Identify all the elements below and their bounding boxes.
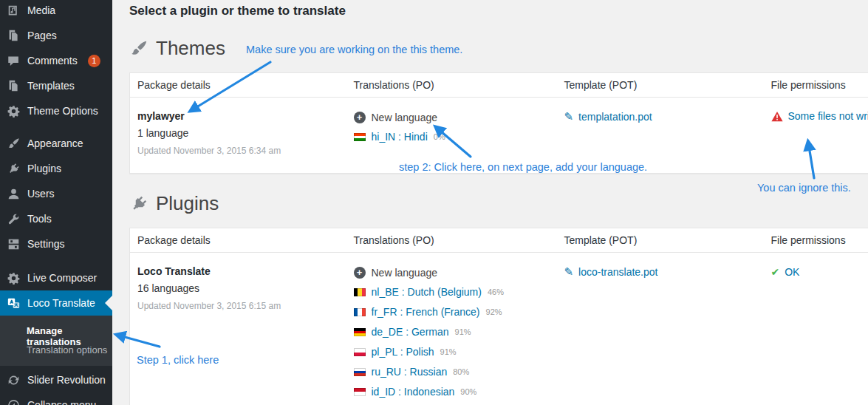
package-language-count: 1 language (137, 127, 354, 139)
language-list: hi_IN : Hindi 0% (354, 132, 564, 143)
language-link[interactable]: id_ID : Indonesian (372, 387, 455, 398)
sidebar-item-label: Loco Translate (27, 297, 95, 309)
sidebar-item-label: Tools (27, 213, 52, 225)
sidebar-item-tools[interactable]: Tools (0, 206, 112, 231)
sidebar-item-label: Theme Options (27, 105, 98, 117)
themes-table: Package details Translations (PO) Templa… (129, 72, 868, 174)
sidebar-item-loco-translate[interactable]: Loco Translate (0, 290, 112, 316)
language-link[interactable]: nl_BE : Dutch (Belgium) (372, 287, 482, 298)
language-row: fr_FR : French (France) 92% (354, 307, 564, 318)
template-pot-cell: ✎ loco-translate.pot (564, 253, 771, 405)
refresh-icon (6, 372, 21, 387)
annotation-ignore: You can ignore this. (757, 182, 851, 194)
themes-heading: Themes (130, 37, 868, 60)
sidebar-item-label: Templates (27, 80, 75, 92)
sidebar-item-label: Appearance (27, 137, 83, 149)
annotation-step1: Step 1, click here (137, 354, 219, 366)
sidebar-item-slider-revolution[interactable]: Slider Revolution (0, 367, 112, 392)
sidebar-item-theme-options[interactable]: Theme Options (0, 98, 112, 123)
flag-icon-id_ID (354, 388, 366, 396)
plugins-table: Package details Translations (PO) Templa… (129, 228, 868, 405)
language-percent: 0% (434, 132, 445, 143)
language-percent: 91% (440, 347, 457, 358)
flag-icon-hi_IN (354, 133, 366, 141)
pages-icon (6, 28, 21, 43)
sidebar-item-users[interactable]: Users (0, 181, 112, 206)
package-name: Loco Translate (137, 265, 354, 277)
column-header-file-permissions: File permissions (771, 73, 868, 98)
sidebar-item-label: Plugins (27, 163, 61, 174)
pot-file-name: templatation.pot (578, 111, 652, 123)
sidebar-item-label: Pages (27, 30, 57, 41)
comments-count-badge: 1 (88, 55, 100, 67)
language-link[interactable]: de_DE : German (372, 327, 449, 338)
language-percent: 92% (486, 307, 502, 318)
column-header-translations-po: Translations (PO) (354, 73, 564, 98)
table-header-row: Package details Translations (PO) Templa… (130, 73, 868, 98)
language-row: id_ID : Indonesian 90% (354, 387, 564, 398)
themes-heading-label: Themes (156, 37, 225, 60)
sidebar-item-label: Users (27, 188, 55, 200)
language-link[interactable]: ru_RU : Russian (372, 367, 448, 378)
plugins-heading: Plugins (130, 192, 868, 215)
pot-file-link[interactable]: ✎ templatation.pot (564, 110, 652, 123)
sidebar-item-live-composer[interactable]: Live Composer (0, 265, 112, 290)
sidebar-item-appearance[interactable]: Appearance (0, 131, 112, 156)
sidebar-item-collapse-menu[interactable]: Collapse menu (0, 392, 112, 405)
sidebar-item-label: Media (27, 4, 55, 16)
plugins-heading-label: Plugins (156, 192, 219, 215)
sidebar-item-media[interactable]: Media (0, 0, 112, 23)
page-title: Select a plugin or theme to translate (129, 0, 868, 18)
sidebar-item-settings[interactable]: Settings (0, 231, 112, 256)
admin-menu: Media Pages Comments 1 Templates Theme O… (0, 0, 112, 316)
annotation-step2: step 2: Click here, on next page, add yo… (399, 161, 647, 173)
sidebar-item-templates[interactable]: Templates (0, 73, 112, 98)
language-row: ru_RU : Russian 80% (354, 367, 564, 378)
permissions-status-link[interactable]: OK (785, 266, 799, 278)
admin-menu-bottom: Slider Revolution Collapse menu (0, 367, 112, 405)
package-details-cell: mylawyer 1 language Updated November 3, … (130, 98, 354, 174)
themes-section: Themes Package details Translations (PO)… (129, 37, 868, 174)
language-list: nl_BE : Dutch (Belgium) 46% fr_FR : Fren… (354, 287, 564, 405)
language-link[interactable]: hi_IN : Hindi (372, 132, 428, 143)
media-icon (6, 3, 21, 18)
language-percent: 91% (455, 327, 471, 338)
new-language-link[interactable]: + New language (354, 267, 438, 279)
plugins-section: Plugins Package details Translations (PO… (129, 192, 868, 405)
column-header-translations-po: Translations (PO) (354, 228, 564, 253)
language-row: nl_BE : Dutch (Belgium) 46% (354, 287, 564, 298)
new-language-link[interactable]: + New language (354, 112, 438, 123)
wp-admin-page: Media Pages Comments 1 Templates Theme O… (0, 0, 868, 405)
gear-icon (6, 103, 21, 118)
package-details-cell: Loco Translate 16 languages Updated Nove… (130, 253, 354, 405)
permissions-status-link[interactable]: Some files not writable (788, 110, 868, 122)
submenu-item-manage-translations[interactable]: Manage translations (0, 321, 112, 340)
sidebar-item-label: Comments (27, 55, 78, 67)
sidebar-item-pages[interactable]: Pages (0, 23, 112, 48)
column-header-file-permissions: File permissions (771, 228, 868, 253)
admin-sidebar: Media Pages Comments 1 Templates Theme O… (0, 0, 112, 405)
sidebar-item-plugins[interactable]: Plugins (0, 156, 112, 181)
sidebar-item-comments[interactable]: Comments 1 (0, 48, 112, 73)
templates-icon (6, 78, 21, 93)
pot-file-link[interactable]: ✎ loco-translate.pot (564, 265, 658, 279)
plug-icon (6, 161, 21, 176)
new-language-label: New language (372, 267, 438, 279)
translate-icon (6, 296, 21, 310)
sliders-icon (6, 236, 21, 251)
language-percent: 46% (488, 287, 504, 298)
table-header-row: Package details Translations (PO) Templa… (130, 228, 868, 253)
new-language-label: New language (372, 112, 438, 123)
language-link[interactable]: fr_FR : French (France) (372, 307, 480, 318)
sidebar-item-label: Slider Revolution (27, 374, 106, 386)
package-updated: Updated November 3, 2015 6:15 am (137, 301, 354, 311)
language-row: de_DE : German 91% (354, 327, 564, 338)
brush-icon (6, 136, 21, 151)
flag-icon-ru_RU (354, 368, 366, 376)
pencil-icon: ✎ (564, 265, 574, 279)
warning-icon (771, 111, 783, 122)
menu-separator (0, 123, 112, 131)
file-permissions-cell: ✔ OK (771, 253, 868, 405)
language-link[interactable]: pl_PL : Polish (372, 347, 434, 358)
plus-circle-icon: + (354, 267, 366, 279)
